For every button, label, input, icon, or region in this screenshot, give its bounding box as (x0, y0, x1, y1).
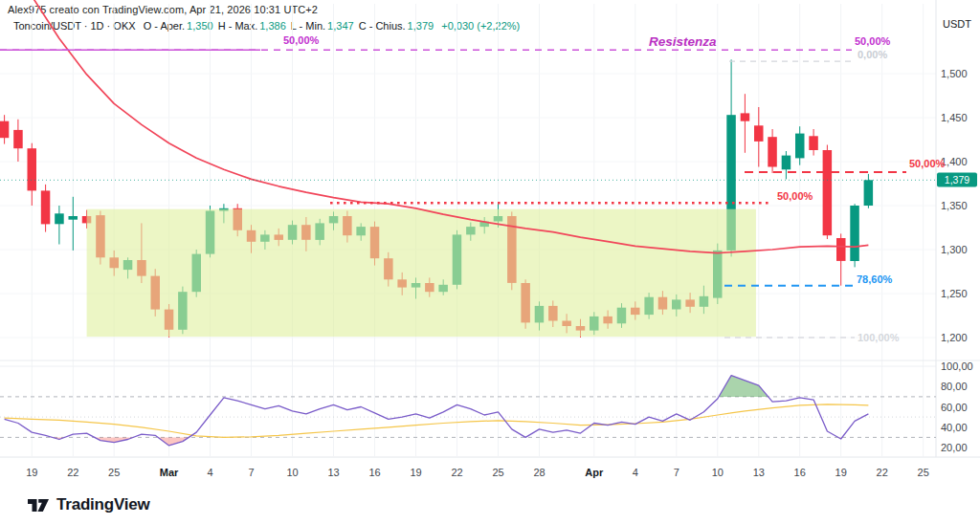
current-price-badge: 1,379 (937, 173, 977, 187)
tradingview-logo-icon (27, 494, 50, 515)
currency-label: USDT (943, 18, 971, 30)
tradingview-logo[interactable]: TradingView (27, 494, 150, 515)
tradingview-chart-window: Alex975 creato con TradingView.com, Apr … (0, 0, 980, 524)
price-chart-canvas[interactable] (0, 0, 980, 524)
tradingview-logo-text: TradingView (56, 495, 150, 514)
